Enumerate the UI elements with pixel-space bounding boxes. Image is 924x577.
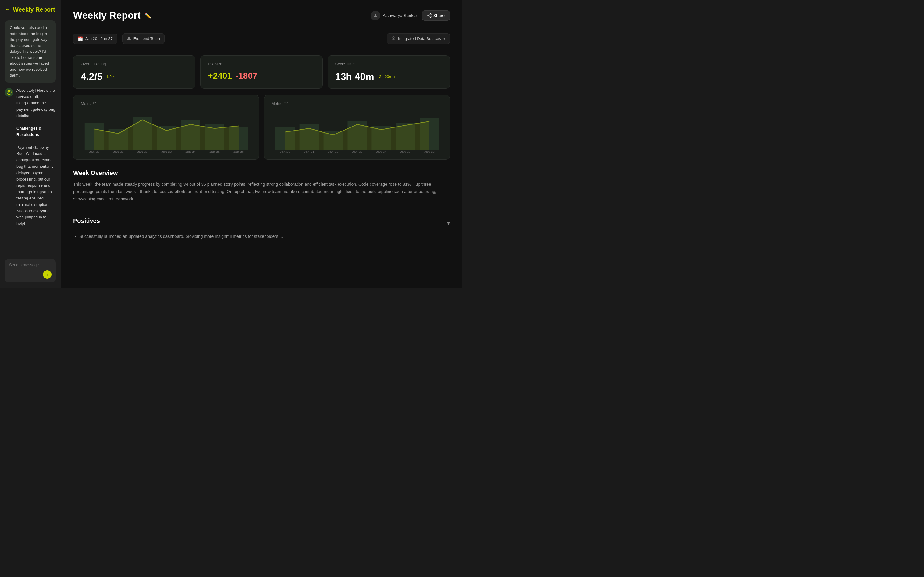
svg-point-9 [393, 37, 394, 39]
chat-input[interactable] [9, 263, 51, 267]
team-icon [127, 36, 131, 41]
chat-input-actions: ⌗ ↑ [9, 270, 51, 279]
user-name: Aishwarya Sankar [383, 13, 417, 18]
back-button[interactable]: ← [5, 6, 10, 13]
svg-point-1 [374, 14, 376, 16]
edit-icon[interactable]: ✏️ [145, 12, 151, 19]
metrics-row: Overall Rating 4.2/5 1.2 ↑ PR Size +2401… [73, 55, 450, 89]
chat-area: This week, the team made steady progress… [5, 21, 56, 255]
arrow-up-icon: ↑ [113, 74, 115, 79]
positive-item: Successfully launched an updated analyti… [79, 233, 450, 240]
positives-list: Successfully launched an updated analyti… [73, 233, 450, 240]
ai-avatar [5, 88, 13, 97]
week-overview-section: Week Overview This week, the team made s… [73, 169, 450, 203]
chat-input-area: ⌗ ↑ [5, 255, 56, 282]
report-header: Weekly Report ✏️ Aishwarya Sankar [73, 10, 450, 21]
link-icon[interactable]: ⌗ [9, 272, 12, 277]
svg-text:Jan 26: Jan 26 [233, 150, 244, 153]
metric-card-cycle-time: Cycle Time 13h 40m -3h 20m ↓ [328, 55, 450, 89]
svg-point-2 [430, 13, 431, 15]
svg-line-6 [429, 16, 430, 16]
integrated-sources-dropdown[interactable]: Integrated Data Sources ▾ [387, 33, 450, 44]
chart-svg-1: Jan 20 Jan 21 Jan 22 Jan 23 Jan 24 Jan 2… [81, 111, 251, 153]
send-button[interactable]: ↑ [43, 270, 51, 279]
svg-text:Jan 21: Jan 21 [304, 150, 315, 153]
svg-point-0 [7, 90, 11, 95]
svg-point-7 [128, 37, 129, 38]
charts-row: Metric #1 Jan 20 Jan [73, 95, 450, 160]
arrow-down-icon: ↓ [394, 74, 395, 79]
header-actions: Aishwarya Sankar Share [371, 10, 450, 21]
chart-area-1: Jan 20 Jan 21 Jan 22 Jan 23 Jan 24 Jan 2… [81, 111, 251, 153]
metric-delta-cycle: -3h 20m ↓ [378, 74, 395, 79]
svg-text:Jan 22: Jan 22 [328, 150, 339, 153]
svg-line-5 [429, 15, 430, 15]
report-title: Weekly Report [73, 10, 141, 21]
metric-label-overall: Overall Rating [81, 61, 188, 66]
chevron-down-icon-positives: ▾ [447, 220, 450, 227]
share-icon [427, 13, 432, 18]
report-title-area: Weekly Report ✏️ [73, 10, 151, 21]
positives-header[interactable]: Positives ▾ [73, 218, 450, 229]
calendar-icon: 📅 [78, 36, 83, 41]
ai-message-text: Absolutely! Here's the revised draft, in… [16, 87, 56, 227]
svg-point-8 [129, 37, 130, 38]
chart-label-2: Metric #2 [272, 101, 442, 106]
filter-bar: 📅 Jan 20 - Jan 27 Frontend Team Integrat… [73, 30, 450, 48]
sidebar-title: Weekly Report [13, 6, 55, 13]
metric-value-row-overall: 4.2/5 1.2 ↑ [81, 71, 188, 82]
pr-additions: +2401 [208, 71, 232, 81]
week-overview-text: This week, the team made steady progress… [73, 181, 450, 203]
svg-text:Jan 23: Jan 23 [352, 150, 363, 153]
metric-label-cycle: Cycle Time [335, 61, 442, 66]
chart-card-metric2: Metric #2 Jan 20 Jan [264, 95, 450, 160]
positives-section: Positives ▾ Successfully launched an upd… [73, 211, 450, 240]
svg-text:Jan 25: Jan 25 [209, 150, 220, 153]
metric-value-row-cycle: 13h 40m -3h 20m ↓ [335, 71, 442, 82]
sidebar-header: ← Weekly Report [5, 6, 56, 13]
svg-text:Jan 24: Jan 24 [376, 150, 387, 153]
chart-svg-2: Jan 20 Jan 21 Jan 22 Jan 23 Jan 24 Jan 2… [272, 111, 442, 153]
svg-text:Jan 25: Jan 25 [400, 150, 411, 153]
svg-text:Jan 22: Jan 22 [137, 150, 148, 153]
team-filter[interactable]: Frontend Team [122, 33, 165, 44]
chat-input-container: ⌗ ↑ [5, 259, 56, 282]
date-range-filter[interactable]: 📅 Jan 20 - Jan 27 [73, 34, 117, 44]
main-content: Weekly Report ✏️ Aishwarya Sankar [61, 0, 462, 288]
svg-text:Jan 23: Jan 23 [161, 150, 172, 153]
svg-text:Jan 26: Jan 26 [424, 150, 435, 153]
settings-icon [391, 36, 395, 41]
user-chip: Aishwarya Sankar [371, 11, 417, 21]
chart-area-2: Jan 20 Jan 21 Jan 22 Jan 23 Jan 24 Jan 2… [272, 111, 442, 153]
chat-bubble-user: This week, the team made steady progress… [5, 21, 56, 83]
metric-card-pr-size: PR Size +2401 -1807 [200, 55, 322, 89]
share-button[interactable]: Share [422, 10, 450, 21]
chart-label-1: Metric #1 [81, 101, 251, 106]
positives-title: Positives [73, 218, 100, 224]
sidebar: ← Weekly Report This week, the team made… [0, 0, 61, 288]
metric-value-cycle: 13h 40m [335, 71, 374, 82]
svg-text:Jan 21: Jan 21 [113, 150, 124, 153]
svg-text:Jan 24: Jan 24 [185, 150, 196, 153]
metric-card-overall-rating: Overall Rating 4.2/5 1.2 ↑ [73, 55, 195, 89]
pr-values: +2401 -1807 [208, 71, 315, 81]
metric-delta-overall: 1.2 ↑ [106, 74, 115, 79]
pr-deletions: -1807 [236, 71, 257, 81]
svg-point-4 [427, 15, 429, 16]
chevron-down-icon: ▾ [444, 37, 445, 41]
week-overview-title: Week Overview [73, 169, 450, 177]
chart-card-metric1: Metric #1 Jan 20 Jan [73, 95, 259, 160]
svg-text:Jan 20: Jan 20 [280, 150, 291, 153]
svg-point-3 [430, 16, 431, 18]
user-avatar-icon [371, 11, 380, 21]
metric-label-pr: PR Size [208, 61, 315, 66]
chat-bubble-ai: Absolutely! Here's the revised draft, in… [5, 87, 56, 227]
metric-value-overall: 4.2/5 [81, 71, 103, 82]
svg-text:Jan 20: Jan 20 [89, 150, 100, 153]
